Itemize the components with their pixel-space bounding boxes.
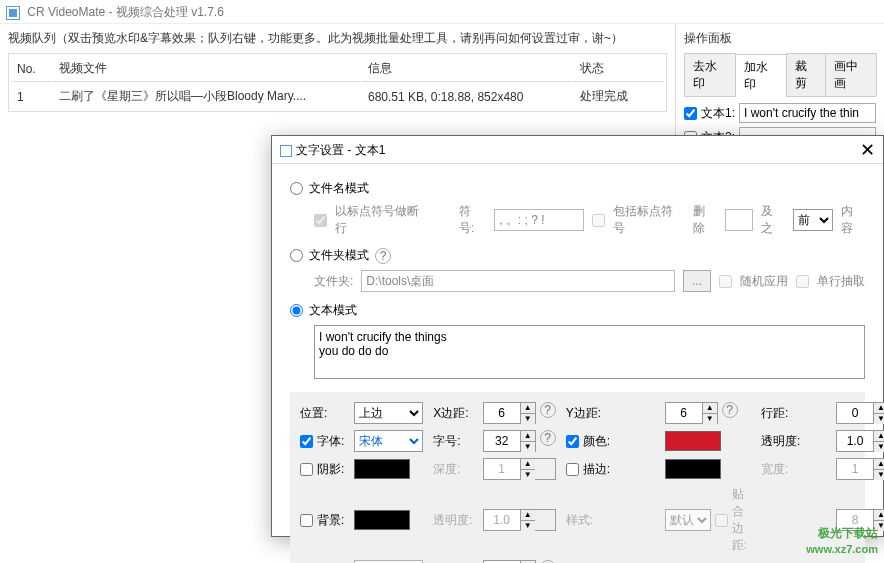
shadow-swatch[interactable] bbox=[354, 459, 410, 479]
mode-folder-radio[interactable] bbox=[290, 249, 303, 262]
text1-row: 文本1: bbox=[684, 103, 876, 123]
xmargin-spinner[interactable]: ▲▼ bbox=[483, 402, 536, 424]
mode-filename-radio[interactable] bbox=[290, 182, 303, 195]
tab-add-wm[interactable]: 加水印 bbox=[735, 54, 787, 97]
browse-button[interactable]: ... bbox=[683, 270, 711, 292]
bgop-spinner[interactable]: ▲▼ bbox=[483, 509, 556, 531]
fit-spinner[interactable]: ▲▼ bbox=[836, 509, 884, 531]
del-input[interactable] bbox=[725, 209, 753, 231]
front-select[interactable]: 前 bbox=[793, 209, 833, 231]
ymargin-spinner[interactable]: ▲▼ bbox=[665, 402, 718, 424]
stroke-swatch[interactable] bbox=[665, 459, 721, 479]
font-select[interactable]: 宋体 bbox=[354, 430, 423, 452]
random-apply-checkbox bbox=[719, 275, 732, 288]
col-info[interactable]: 信息 bbox=[362, 56, 572, 82]
app-icon bbox=[280, 145, 292, 157]
opacity-spinner[interactable]: ▲▼ bbox=[836, 430, 884, 452]
col-no[interactable]: No. bbox=[11, 56, 51, 82]
fit-checkbox bbox=[715, 514, 728, 527]
app-icon bbox=[6, 6, 20, 20]
linesp-spinner[interactable]: ▲▼ bbox=[836, 402, 884, 424]
include-punct-checkbox bbox=[592, 214, 605, 227]
col-file[interactable]: 视频文件 bbox=[53, 56, 360, 82]
style-select: 默认 bbox=[665, 509, 711, 531]
size-spinner[interactable]: ▲▼ bbox=[483, 430, 536, 452]
text-settings-dialog: 文字设置 - 文本1 ✕ 文件名模式 以标点符号做断行 符号: 包括标点符号 删… bbox=[271, 135, 884, 537]
table-row[interactable]: 1 二刷了《星期三》所以唱—小段Bloody Mary.... 680.51 K… bbox=[11, 84, 664, 109]
bg-swatch[interactable] bbox=[354, 510, 410, 530]
punct-input[interactable] bbox=[494, 209, 584, 231]
mode-text-radio[interactable] bbox=[290, 304, 303, 317]
video-queue-table: No. 视频文件 信息 状态 1 二刷了《星期三》所以唱—小段Bloody Ma… bbox=[8, 53, 667, 112]
help-icon[interactable]: ? bbox=[540, 402, 556, 418]
depth-spinner[interactable]: ▲▼ bbox=[483, 458, 556, 480]
shadow-checkbox[interactable] bbox=[300, 463, 313, 476]
text1-input[interactable] bbox=[739, 103, 876, 123]
panel-title: 操作面板 bbox=[684, 30, 876, 47]
panel-tabs: 去水印 加水印 裁剪 画中画 bbox=[684, 53, 876, 97]
color-checkbox[interactable] bbox=[566, 435, 579, 448]
pos-select[interactable]: 上边 bbox=[354, 402, 423, 424]
close-icon[interactable]: ✕ bbox=[860, 136, 875, 163]
col-status[interactable]: 状态 bbox=[574, 56, 664, 82]
width-spinner[interactable]: ▲▼ bbox=[836, 458, 884, 480]
text-textarea[interactable] bbox=[314, 325, 865, 379]
bg-checkbox[interactable] bbox=[300, 514, 313, 527]
tab-pip[interactable]: 画中画 bbox=[825, 53, 877, 96]
tab-remove-wm[interactable]: 去水印 bbox=[684, 53, 736, 96]
help-icon[interactable]: ? bbox=[540, 430, 556, 446]
stroke-checkbox[interactable] bbox=[566, 463, 579, 476]
color-swatch[interactable] bbox=[665, 431, 721, 451]
help-icon[interactable]: ? bbox=[375, 248, 391, 264]
tab-crop[interactable]: 裁剪 bbox=[786, 53, 827, 96]
text1-checkbox[interactable] bbox=[684, 107, 697, 120]
help-icon[interactable]: ? bbox=[722, 402, 738, 418]
break-punct-checkbox bbox=[314, 214, 327, 227]
single-line-checkbox bbox=[796, 275, 809, 288]
folder-input[interactable] bbox=[361, 270, 675, 292]
queue-label: 视频队列（双击预览水印&字幕效果；队列右键，功能更多。此为视频批量处理工具，请别… bbox=[8, 30, 667, 47]
window-title: CR VideoMate - 视频综合处理 v1.7.6 bbox=[27, 5, 224, 19]
window-titlebar: CR VideoMate - 视频综合处理 v1.7.6 bbox=[0, 0, 884, 24]
dialog-title: 文字设置 - 文本1 bbox=[296, 143, 385, 157]
font-checkbox[interactable] bbox=[300, 435, 313, 448]
